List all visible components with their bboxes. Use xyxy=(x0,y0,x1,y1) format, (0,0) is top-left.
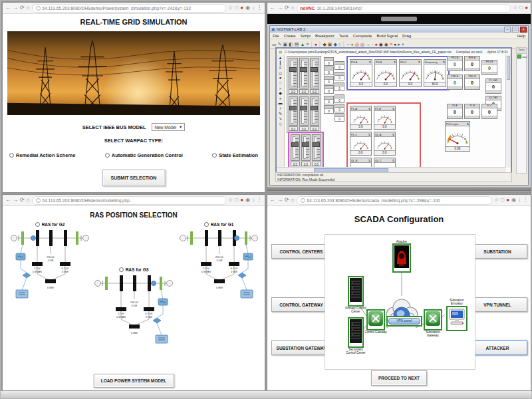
forward-icon[interactable]: → xyxy=(277,5,283,11)
tool-icon[interactable]: ● xyxy=(315,42,317,47)
star-icon[interactable]: ☆ xyxy=(228,198,233,203)
tool-icon[interactable]: │ xyxy=(319,42,321,47)
palette-tool-icon[interactable]: + xyxy=(279,96,282,101)
warpac-radio-option[interactable]: State Estimation xyxy=(212,152,258,158)
vertical-slider[interactable] xyxy=(299,96,309,126)
slider-thumb[interactable] xyxy=(300,67,307,72)
vertical-slider[interactable] xyxy=(312,134,321,161)
tool-icon[interactable]: ◎ xyxy=(360,42,364,47)
slider-thumb[interactable] xyxy=(289,106,297,110)
slider-thumb[interactable] xyxy=(302,142,309,147)
menu-icon[interactable]: ⋮ xyxy=(523,198,528,203)
menu-item[interactable]: Build Signal xyxy=(376,34,398,38)
slider-thumb[interactable] xyxy=(289,67,297,72)
tool-icon[interactable]: ◆ xyxy=(323,42,326,47)
radio-icon[interactable] xyxy=(9,153,14,158)
button-substation[interactable]: SUBSTATION xyxy=(467,244,527,259)
button-substation-gateway[interactable]: SUBSTATION GATEWAY xyxy=(271,340,331,355)
sidebar-item-start[interactable]: start xyxy=(517,54,526,59)
radio-icon[interactable] xyxy=(35,222,40,227)
tool-icon[interactable]: ● xyxy=(394,42,396,47)
palette-tool-icon[interactable]: ◻ xyxy=(279,71,282,76)
star-icon[interactable]: ☆ xyxy=(513,5,517,11)
tool-icon[interactable]: ▭ xyxy=(272,42,277,47)
star-icon[interactable]: ☆ xyxy=(228,5,233,11)
tool-icon[interactable]: ◦ xyxy=(372,42,373,47)
warpac-radio-option[interactable]: Automatic Generation Control xyxy=(105,152,183,158)
tool-icon[interactable]: ◎ xyxy=(355,42,359,47)
menu-icon[interactable]: ⋮ xyxy=(257,5,262,11)
vertical-scrollbar[interactable] xyxy=(505,55,511,168)
submit-selection-button[interactable]: SUBMIT SELECTION xyxy=(102,170,166,186)
radio-icon[interactable] xyxy=(204,222,209,227)
site-info-icon[interactable] xyxy=(301,198,305,203)
tabs-icon[interactable]: □ xyxy=(519,5,523,11)
palette-tool-icon[interactable]: ● xyxy=(279,76,282,80)
back-icon[interactable]: ← xyxy=(270,5,275,11)
tool-icon[interactable]: ▣ xyxy=(283,42,288,47)
slider-thumb[interactable] xyxy=(311,67,318,72)
horizontal-scrollbar[interactable] xyxy=(277,167,506,172)
site-info-icon[interactable] xyxy=(36,198,41,203)
radio-icon[interactable] xyxy=(212,153,217,158)
home-icon[interactable]: ⌂ xyxy=(291,5,295,11)
tool-icon[interactable]: ○ xyxy=(338,42,341,47)
menu-item[interactable]: Create xyxy=(284,34,296,38)
palette-tool-icon[interactable]: / xyxy=(280,106,281,111)
button-vpn-tunnel[interactable]: VPN TUNNEL xyxy=(467,297,527,312)
menu-item[interactable]: Composite xyxy=(353,34,372,38)
tool-icon[interactable]: ● xyxy=(374,42,377,47)
tool-icon[interactable]: ◉ xyxy=(384,42,388,47)
slider-thumb[interactable] xyxy=(313,142,320,147)
menu-item[interactable]: Script xyxy=(301,34,311,38)
tool-icon[interactable]: ⌖ xyxy=(402,42,404,47)
tabs-icon[interactable]: □ xyxy=(235,198,238,203)
tool-icon[interactable]: → xyxy=(366,42,370,47)
home-icon[interactable]: ⌂ xyxy=(27,5,30,11)
tool-icon[interactable]: │ xyxy=(310,42,313,47)
profile-icon[interactable]: ◉ xyxy=(511,198,516,203)
slider-thumb[interactable] xyxy=(300,106,307,110)
palette-tool-icon[interactable]: ◆ xyxy=(279,91,282,96)
proceed-to-next-button[interactable]: PROCEED TO NEXT xyxy=(371,370,427,386)
vertical-slider[interactable] xyxy=(299,58,309,88)
menu-item-help[interactable]: Help xyxy=(517,34,525,38)
back-icon[interactable]: ← xyxy=(270,198,275,203)
profile-icon[interactable]: ◉ xyxy=(245,5,250,11)
palette-tool-icon[interactable]: ▬ xyxy=(279,101,283,106)
forward-icon[interactable]: → xyxy=(13,198,18,203)
tool-icon[interactable]: ◉ xyxy=(379,42,383,47)
close-icon[interactable]: ✕ xyxy=(520,27,527,33)
tool-icon[interactable]: ≡ xyxy=(390,42,392,47)
vertical-slider[interactable] xyxy=(310,58,319,88)
vertical-slider[interactable] xyxy=(289,58,298,88)
tabs-icon[interactable]: □ xyxy=(235,5,238,11)
tool-icon[interactable]: ▣ xyxy=(328,42,332,47)
tool-icon[interactable]: ◆ xyxy=(333,42,336,47)
record-icon[interactable]: ● xyxy=(240,198,243,203)
vnc-control-tab[interactable] xyxy=(381,17,417,21)
forward-icon[interactable]: → xyxy=(277,198,283,203)
menu-item[interactable]: Breakpoint xyxy=(315,34,334,38)
record-icon[interactable]: ● xyxy=(525,5,528,11)
profile-icon[interactable]: ◉ xyxy=(245,198,250,203)
button-control-centers[interactable]: CONTROL CENTERS xyxy=(271,244,331,259)
tool-icon[interactable]: ✎ xyxy=(278,42,282,47)
record-icon[interactable]: ● xyxy=(506,198,509,203)
vertical-slider[interactable] xyxy=(301,134,311,161)
tool-icon[interactable]: │ xyxy=(342,42,345,47)
reload-icon[interactable]: ⟳ xyxy=(20,5,25,11)
minimize-icon[interactable]: ─ xyxy=(504,27,511,33)
load-power-system-model-button[interactable]: LOAD POWER SYSTEM MODEL xyxy=(94,374,174,388)
bus-model-select[interactable]: New Model▾ xyxy=(152,123,186,131)
button-control-gateway[interactable]: CONTROL GATEWAY xyxy=(271,297,331,312)
reload-icon[interactable]: ⟳ xyxy=(20,198,25,203)
download-icon[interactable]: ↓ xyxy=(252,5,255,11)
tool-icon[interactable]: − xyxy=(346,42,349,47)
maximize-icon[interactable]: □ xyxy=(512,27,519,33)
tool-icon[interactable]: ▲ xyxy=(300,42,305,47)
tool-icon[interactable]: ◧ xyxy=(289,42,293,47)
tabs-icon[interactable]: □ xyxy=(501,198,504,203)
tool-icon[interactable]: ● xyxy=(351,42,354,47)
radio-icon[interactable] xyxy=(105,153,110,158)
